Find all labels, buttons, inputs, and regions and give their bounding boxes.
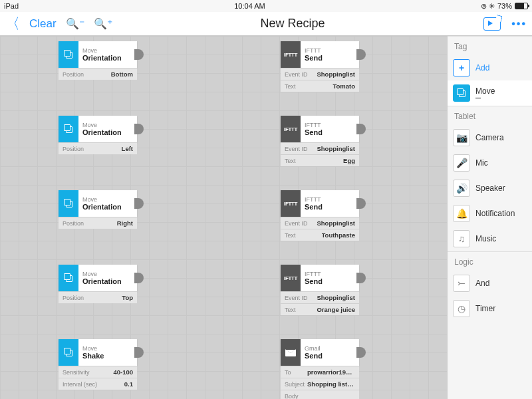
ifttt-icon: IFTTT [281, 265, 301, 291]
sidebar-tag-move[interactable]: Move ▬ [448, 80, 532, 106]
node-title: Send [305, 352, 355, 360]
action-node[interactable]: GmailSendToprowarrior1990@gm...SubjectSh… [281, 339, 359, 399]
param-key: Body [285, 393, 299, 400]
node-param[interactable]: Event IDShoppinglist [281, 68, 359, 80]
node-param[interactable]: Toprowarrior1990@gm... [281, 366, 359, 378]
sidebar: Tag + Add Move ▬ Tablet 📷Camera🎤Mic🔊Spea… [447, 36, 532, 399]
node-category: Move [82, 271, 133, 277]
node-title: Send [305, 203, 355, 211]
param-key: Event ID [285, 220, 308, 227]
sidebar-item-label: Speaker [475, 184, 505, 193]
node-category: IFTTT [305, 271, 355, 277]
param-value: Tomato [332, 82, 355, 90]
sidebar-tablet-item-speaker[interactable]: 🔊Speaker [448, 176, 532, 201]
connector-out[interactable] [356, 273, 366, 283]
move-icon [59, 41, 78, 68]
sidebar-item-label: Mic [475, 158, 488, 168]
ifttt-icon: IFTTT [281, 116, 301, 142]
sidebar-tablet-item-mic[interactable]: 🎤Mic [448, 150, 532, 176]
action-node[interactable]: IFTTTIFTTTSendEvent IDShoppinglistTextTo… [281, 190, 359, 241]
param-value: Orange juice [317, 306, 355, 313]
param-key: Event ID [285, 71, 308, 78]
play-button[interactable] [483, 17, 501, 31]
sidebar-tablet-item-notification[interactable]: 🔔Notification [448, 201, 532, 226]
action-node[interactable]: IFTTTIFTTTSendEvent IDShoppinglistTextEg… [281, 116, 359, 166]
sidebar-tablet-item-camera[interactable]: 📷Camera [448, 125, 532, 150]
param-key: Interval (sec) [63, 381, 97, 388]
sidebar-logic-item-timer[interactable]: ◷Timer [448, 296, 532, 321]
timer-icon: ◷ [453, 300, 470, 317]
param-value: Shoppinglist [317, 145, 355, 152]
page-title: New Recipe [138, 17, 447, 31]
status-device: iPad [4, 2, 19, 10]
back-button[interactable]: 〈 [5, 14, 20, 34]
param-key: Event ID [285, 295, 308, 301]
connector-out[interactable] [356, 198, 366, 209]
connector-out[interactable] [134, 49, 144, 60]
node-param[interactable]: Event IDShoppinglist [281, 142, 359, 154]
sidebar-add-label: Add [475, 63, 489, 72]
status-time: 10:04 AM [234, 2, 265, 10]
connector-out[interactable] [134, 198, 144, 209]
status-battery-pct: 73% [497, 2, 512, 10]
param-key: Event ID [285, 146, 308, 152]
sidebar-item-label: Timer [475, 304, 495, 313]
sidebar-logic-item-and[interactable]: ⤚And [448, 271, 532, 296]
ifttt-icon: IFTTT [281, 41, 301, 68]
node-param[interactable]: TextTouthpaste [281, 229, 359, 241]
battery-icon [515, 3, 528, 9]
param-value: Egg [343, 157, 355, 164]
param-key: Text [285, 83, 296, 90]
ifttt-icon: IFTTT [281, 190, 301, 217]
node-param[interactable]: SubjectShopping list u... [281, 378, 359, 390]
canvas[interactable]: MoveOrientationPositionBottomMoveOrienta… [0, 36, 447, 399]
connector-out[interactable] [134, 347, 144, 358]
trigger-node[interactable]: MoveOrientationPositionTop [59, 265, 137, 303]
connector-out[interactable] [134, 273, 144, 283]
sidebar-tablet-item-music[interactable]: ♫Music [448, 226, 532, 251]
zoom-out-button[interactable]: 🔍⁻ [66, 17, 84, 30]
param-value: 40-100 [113, 368, 133, 376]
param-value: Shoppinglist [317, 294, 355, 301]
trigger-node[interactable]: MoveOrientationPositionBottom [59, 41, 137, 80]
node-title: Orientation [82, 128, 133, 136]
trigger-node[interactable]: MoveOrientationPositionRight [59, 190, 137, 229]
clear-button[interactable]: Clear [29, 17, 57, 31]
music-icon: ♫ [453, 230, 470, 247]
more-button[interactable]: ••• [511, 18, 527, 30]
connector-out[interactable] [356, 49, 366, 60]
node-param[interactable]: TextOrange juice [281, 303, 359, 315]
node-param[interactable]: TextEgg [281, 154, 359, 166]
trigger-node[interactable]: MoveOrientationPositionLeft [59, 116, 137, 154]
node-param[interactable]: PositionTop [59, 291, 137, 303]
node-param[interactable]: Event IDShoppinglist [281, 217, 359, 229]
param-value: Shoppinglist [317, 219, 355, 227]
node-param[interactable]: PositionBottom [59, 68, 137, 80]
connector-out[interactable] [356, 124, 366, 134]
zoom-in-button[interactable]: 🔍⁺ [94, 17, 112, 30]
sidebar-add-tag[interactable]: + Add [448, 55, 532, 80]
node-title: Shake [82, 352, 133, 360]
node-param[interactable]: Sensitivity40-100 [59, 366, 137, 378]
node-title: Send [305, 277, 355, 285]
action-node[interactable]: IFTTTIFTTTSendEvent IDShoppinglistTextOr… [281, 265, 359, 315]
move-icon [59, 339, 78, 366]
connector-out[interactable] [356, 347, 366, 358]
connector-out[interactable] [134, 124, 144, 134]
node-param[interactable]: Interval (sec)0.1 [59, 378, 137, 390]
node-param[interactable]: Event IDShoppinglist [281, 291, 359, 303]
node-category: Move [82, 47, 133, 54]
sidebar-item-label: Camera [475, 133, 504, 142]
node-param[interactable]: TextTomato [281, 80, 359, 92]
move-icon [59, 116, 78, 142]
node-param[interactable]: PositionLeft [59, 142, 137, 154]
node-param[interactable]: PositionRight [59, 217, 137, 229]
speaker-icon: 🔊 [453, 180, 470, 197]
param-key: Text [285, 307, 296, 313]
trigger-node[interactable]: MoveShakeSensitivity40-100Interval (sec)… [59, 339, 137, 390]
node-param[interactable]: Body [281, 390, 359, 399]
action-node[interactable]: IFTTTIFTTTSendEvent IDShoppinglistTextTo… [281, 41, 359, 92]
node-title: Orientation [82, 277, 133, 285]
node-category: IFTTT [305, 47, 355, 54]
node-category: Move [82, 196, 133, 203]
